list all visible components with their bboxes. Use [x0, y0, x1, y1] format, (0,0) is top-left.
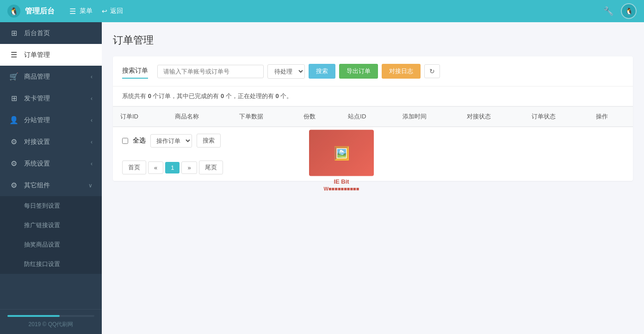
page-current: 1 [165, 162, 180, 173]
stats-unit3: 个。 [280, 93, 292, 99]
table-controls: 全选 操作订单 搜索 [113, 127, 633, 154]
stats-done: 0 [221, 93, 224, 99]
products-icon: 🛒 [9, 72, 19, 81]
page-title: 订单管理 [113, 33, 633, 47]
chevron-down-icon: ∨ [88, 182, 93, 189]
pagination: 首页 « 1 » 尾页 [113, 154, 633, 181]
refresh-icon: ↻ [429, 68, 435, 75]
sidebar-item-label: 订单管理 [24, 51, 93, 59]
sidebar-item-other[interactable]: ⚙ 其它组件 ∨ [0, 174, 102, 196]
sidebar-item-label: 后台首页 [24, 29, 93, 37]
col-order-id: 订单ID [113, 107, 167, 127]
chevron-right-icon: ‹ [91, 139, 93, 145]
sidebar-item-dashboard[interactable]: ⊞ 后台首页 [0, 22, 102, 44]
sidebar-item-orders[interactable]: ☰ 订单管理 [0, 44, 102, 66]
menu-icon: ☰ [69, 7, 76, 16]
cards-icon: ⊞ [9, 94, 19, 103]
sidebar-item-lottery[interactable]: 抽奖商品设置 [0, 235, 102, 254]
col-product-name: 商品名称 [167, 107, 232, 127]
sidebar-item-products[interactable]: 🛒 商品管理 ‹ [0, 66, 102, 87]
refresh-button[interactable]: ↻ [424, 64, 440, 78]
chevron-right-icon: ‹ [91, 74, 93, 80]
sidebar: ⊞ 后台首页 ☰ 订单管理 🛒 商品管理 ‹ ⊞ 发卡管理 ‹ 👤 分站管理 ‹… [0, 22, 102, 334]
page-prev-button[interactable]: « [148, 161, 163, 174]
sidebar-sub-item-label: 推广链接设置 [24, 221, 60, 229]
top-right-controls: 🔧 🐧 [603, 3, 637, 19]
back-button[interactable]: ↩ 返回 [102, 7, 123, 15]
sidebar-item-system[interactable]: ⚙ 系统设置 ‹ [0, 153, 102, 174]
search-button[interactable]: 搜索 [309, 64, 335, 79]
back-arrow-icon: ↩ [102, 7, 107, 15]
main-content: 订单管理 搜索订单 待处理 已完成 处理中 已取消 搜索 导出订单 对接日志 ↻ [102, 22, 644, 334]
order-table-wrap: 订单ID 商品名称 下单数据 份数 站点ID 添加时间 对接状态 订单状态 操作 [113, 106, 633, 127]
sidebar-item-label: 对接设置 [24, 138, 91, 146]
menu-label: 菜单 [80, 7, 93, 15]
col-order-data: 下单数据 [232, 107, 296, 127]
status-select[interactable]: 待处理 已完成 处理中 已取消 [267, 64, 305, 79]
log-button[interactable]: 对接日志 [382, 64, 421, 79]
sidebar-item-label: 商品管理 [24, 73, 91, 81]
stats-text: 系统共有 [122, 93, 146, 99]
sidebar-item-docking[interactable]: ⚙ 对接设置 ‹ [0, 131, 102, 153]
sidebar-item-label: 系统设置 [24, 160, 91, 168]
order-panel: 搜索订单 待处理 已完成 处理中 已取消 搜索 导出订单 对接日志 ↻ 系统共有… [113, 56, 633, 181]
avatar-icon: 🐧 [625, 7, 633, 15]
select-all-label: 全选 [133, 136, 146, 145]
chevron-right-icon: ‹ [91, 95, 93, 102]
sidebar-submenu-other: 每日签到设置 推广链接设置 抽奖商品设置 防红接口设置 [0, 196, 102, 274]
page-next-button[interactable]: » [181, 161, 197, 174]
col-add-time: 添加时间 [395, 107, 459, 127]
sidebar-sub-item-label: 抽奖商品设置 [24, 241, 60, 249]
col-site-id: 站点ID [341, 107, 395, 127]
back-label: 返回 [110, 7, 123, 15]
sidebar-sub-item-label: 每日签到设置 [24, 202, 60, 210]
branches-icon: 👤 [9, 116, 19, 124]
sidebar-item-branches[interactable]: 👤 分站管理 ‹ [0, 109, 102, 131]
stats-bar: 系统共有 0 个订单，其中已完成的有 0 个，正在处理的有 0 个。 [113, 87, 633, 106]
avatar[interactable]: 🐧 [621, 3, 637, 19]
order-table: 订单ID 商品名称 下单数据 份数 站点ID 添加时间 对接状态 订单状态 操作 [113, 106, 633, 127]
page-first-button[interactable]: 首页 [122, 161, 146, 174]
chevron-right-icon: ‹ [91, 117, 93, 124]
docking-icon: ⚙ [9, 137, 19, 146]
action-search-button[interactable]: 搜索 [197, 134, 221, 148]
export-button[interactable]: 导出订单 [339, 64, 378, 79]
main-layout: ⊞ 后台首页 ☰ 订单管理 🛒 商品管理 ‹ ⊞ 发卡管理 ‹ 👤 分站管理 ‹… [0, 22, 644, 334]
sidebar-footer-text: 2019 © QQ代刷网 [29, 321, 74, 328]
menu-button[interactable]: ☰ 菜单 [69, 7, 93, 16]
col-actions: 操作 [588, 107, 633, 127]
sidebar-footer: 2019 © QQ代刷网 [0, 309, 102, 334]
settings-icon[interactable]: 🔧 [603, 6, 613, 16]
sidebar-item-cards[interactable]: ⊞ 发卡管理 ‹ [0, 87, 102, 109]
sidebar-item-label: 其它组件 [24, 181, 88, 190]
sidebar-sub-item-label: 防红接口设置 [24, 260, 60, 268]
site-title: 管理后台 [25, 6, 55, 16]
system-icon: ⚙ [9, 159, 19, 168]
orders-icon: ☰ [9, 50, 19, 59]
logo-icon: 🐧 [7, 5, 20, 18]
sidebar-item-promo-link[interactable]: 推广链接设置 [0, 216, 102, 235]
sidebar-item-anti-red[interactable]: 防红接口设置 [0, 254, 102, 274]
select-all-checkbox[interactable] [122, 138, 128, 144]
sidebar-item-label: 分站管理 [24, 116, 91, 124]
sidebar-progress-bar-bg [7, 315, 94, 317]
col-quantity: 份数 [296, 107, 341, 127]
search-input[interactable] [157, 65, 264, 78]
col-dock-status: 对接状态 [459, 107, 524, 127]
stats-total: 0 [148, 93, 151, 99]
stats-unit2: 个，正在处理的有 [226, 93, 274, 99]
top-navigation: 🐧 管理后台 ☰ 菜单 ↩ 返回 🔧 🐧 [0, 0, 644, 22]
search-tab[interactable]: 搜索订单 [122, 64, 148, 79]
sidebar-item-label: 发卡管理 [24, 94, 91, 103]
sidebar-item-daily-sign[interactable]: 每日签到设置 [0, 196, 102, 216]
col-order-status: 订单状态 [524, 107, 588, 127]
other-icon: ⚙ [9, 181, 19, 190]
chevron-right-icon: ‹ [91, 161, 93, 167]
table-header-row: 订单ID 商品名称 下单数据 份数 站点ID 添加时间 对接状态 订单状态 操作 [113, 107, 633, 127]
stats-processing: 0 [276, 93, 279, 99]
page-last-button[interactable]: 尾页 [199, 161, 223, 174]
dashboard-icon: ⊞ [9, 29, 19, 37]
stats-unit1: 个订单，其中已完成的有 [153, 93, 219, 99]
search-bar: 搜索订单 待处理 已完成 处理中 已取消 搜索 导出订单 对接日志 ↻ [113, 56, 633, 87]
action-select[interactable]: 操作订单 [150, 134, 192, 148]
